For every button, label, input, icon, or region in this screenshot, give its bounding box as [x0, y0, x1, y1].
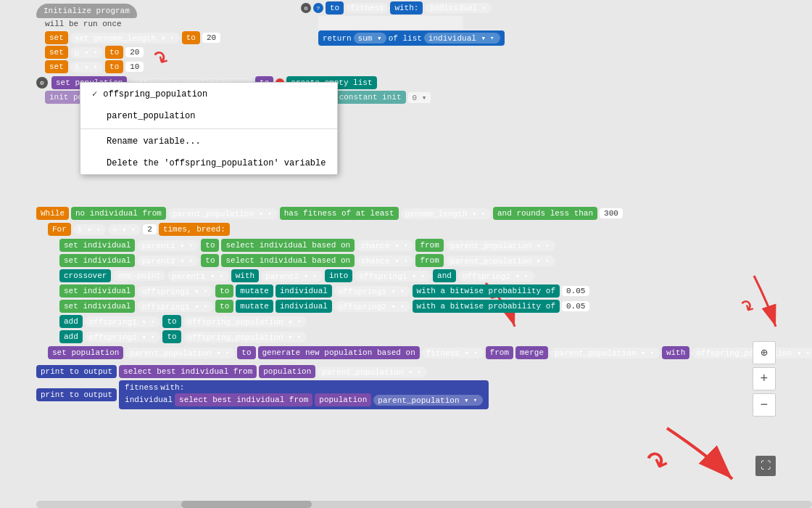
fitness-help-icon[interactable]: ?: [313, 3, 323, 13]
rounds-val[interactable]: 300: [600, 208, 623, 218]
add-label-2: add: [59, 330, 83, 343]
fitness-individual-var[interactable]: individual: [425, 3, 491, 13]
offspring1-var-cross[interactable]: offspring1 ▾: [355, 271, 431, 282]
expand-button[interactable]: ⛶: [755, 456, 776, 476]
select-best-2: select best individual from: [175, 393, 312, 406]
crossover-p2[interactable]: parent2 ▾: [261, 271, 323, 282]
to-keyword-1: to: [182, 31, 200, 44]
prob-label-1: with a bitwise probability of: [413, 284, 560, 298]
genome-length-value[interactable]: 20: [202, 33, 220, 43]
crossover-label: crossover: [59, 269, 111, 282]
mu-value[interactable]: 20: [125, 47, 144, 57]
parent-pop-merge-1[interactable]: parent_population ▾: [550, 348, 660, 359]
while-block-container: While no individual from parent_populati…: [36, 207, 812, 411]
parent-pop-ref-2[interactable]: parent_population ▾: [446, 255, 555, 266]
to-kw-add2: to: [162, 330, 181, 343]
genome-length-var[interactable]: set genome_length ▾: [70, 33, 180, 44]
with-kw-cross: with: [231, 269, 259, 282]
add-offspring-pop-1[interactable]: offspring_population ▾: [183, 316, 307, 327]
add-row-2: add offspring2 ▾ to offspring_population…: [59, 330, 812, 343]
mutate-off2-var[interactable]: offspring2 ▾: [334, 301, 410, 312]
scrollbar-horizontal[interactable]: [36, 501, 812, 508]
and-kw: and: [433, 269, 456, 282]
zoom-controls: ⊕ + −: [753, 341, 776, 417]
print-fitness-box: fitness with: individual select best ind…: [119, 380, 489, 409]
while-row: While no individual from parent_populati…: [36, 207, 812, 220]
fitness-input-area: [318, 16, 463, 29]
menu-divider: [80, 128, 337, 129]
crossover-p1[interactable]: parent1 ▾: [167, 271, 229, 282]
print-label-1: print to output: [36, 365, 117, 378]
init-val[interactable]: 0 ▾: [408, 92, 431, 103]
lambda-var[interactable]: λ ▾: [70, 62, 103, 73]
select-best-1: select best individual from: [119, 365, 257, 378]
prob-val-2[interactable]: 0.05: [562, 301, 589, 311]
scrollbar-thumb[interactable]: [181, 501, 312, 508]
return-label: return: [323, 34, 352, 43]
set-lambda-keyword: set: [45, 60, 68, 73]
add-off2-var[interactable]: offspring2 ▾: [85, 332, 161, 343]
crosshair-button[interactable]: ⊕: [753, 341, 776, 364]
times-label: times, breed:: [159, 223, 230, 236]
for-label: For: [48, 223, 71, 236]
chance-method-1[interactable]: chance ▾: [357, 240, 413, 251]
parent2-var[interactable]: parent2 ▾: [137, 255, 199, 266]
for-row: For λ ▾ ÷ ▾ 2 times, breed:: [48, 223, 812, 236]
div-op[interactable]: ÷ ▾: [108, 224, 141, 235]
menu-item-offspring[interactable]: offspring_population: [80, 83, 337, 105]
set-ind-off2: set individual: [59, 300, 135, 313]
fitness-ref-final[interactable]: fitness ▾: [422, 348, 484, 359]
print-rows-container: print to output select best individual f…: [36, 365, 812, 409]
offspring2-var-cross[interactable]: offspring2 ▾: [458, 271, 534, 282]
crossover-row: crossover one-point parent1 ▾ with paren…: [59, 269, 812, 282]
mu-var[interactable]: μ ▾: [70, 47, 103, 58]
menu-item-rename[interactable]: Rename variable...: [80, 131, 337, 152]
gear-icon[interactable]: ⚙: [36, 77, 48, 89]
fitness-gear-icon[interactable]: ⚙: [301, 3, 311, 13]
parent-pop-print-2[interactable]: parent_population ▾: [373, 395, 483, 406]
expand-icon: ⛶: [761, 460, 771, 472]
print-row-1: print to output select best individual f…: [36, 365, 812, 378]
with-kw-merge: with: [662, 346, 689, 359]
to-keyword-3: to: [105, 60, 123, 73]
lambda-value[interactable]: 10: [125, 62, 144, 72]
menu-item-parent[interactable]: parent_population: [80, 105, 337, 127]
offspring2-set-var[interactable]: offspring1 ▾: [137, 301, 213, 312]
for-val[interactable]: 2: [143, 224, 157, 234]
sum-fn[interactable]: sum ▾: [354, 33, 386, 44]
parent-pop-final-var[interactable]: parent_population ▾: [125, 348, 235, 359]
offspring1-set-var[interactable]: offspring1 ▾: [137, 286, 213, 297]
genome-length-ref[interactable]: genome_length ▾: [401, 208, 491, 219]
parent2-row: set individual parent2 ▾ to select indiv…: [59, 254, 812, 267]
add-off1-var[interactable]: offspring1 ▾: [85, 316, 161, 327]
parent-pop-var-1[interactable]: parent_population ▾: [168, 208, 278, 219]
to-kw-final: to: [237, 346, 255, 359]
menu-item-delete[interactable]: Delete the 'offspring_population' variab…: [80, 152, 337, 174]
individual-var-2[interactable]: individual ▾: [424, 33, 500, 44]
individual-kw-1: individual: [276, 284, 332, 298]
variable-dropdown-menu[interactable]: offspring_population parent_population R…: [80, 82, 338, 175]
mutate-label-2: mutate: [236, 300, 273, 313]
chance-method-2[interactable]: chance ▾: [357, 255, 413, 266]
while-label: While: [36, 207, 69, 220]
parent-pop-ref-1[interactable]: parent_population ▾: [446, 240, 555, 251]
add-offspring-pop-2[interactable]: offspring_population ▾: [183, 332, 307, 343]
to-kw-p1: to: [201, 239, 219, 252]
crosshair-icon: ⊕: [761, 345, 768, 360]
prob-val-1[interactable]: 0.05: [562, 286, 589, 296]
zoom-in-button[interactable]: +: [753, 367, 776, 390]
workspace[interactable]: ↷ ↷ ↷ ↷ Initialize program will be run o…: [0, 0, 812, 508]
print-fitness-header: fitness with:: [125, 383, 483, 392]
with-label-print: with:: [160, 383, 184, 392]
lambda-ref[interactable]: λ ▾: [73, 224, 106, 235]
parent1-var[interactable]: parent1 ▾: [137, 240, 199, 251]
zoom-out-button[interactable]: −: [753, 393, 776, 417]
parent1-row: set individual parent1 ▾ to select indiv…: [59, 239, 812, 252]
add-label-1: add: [59, 315, 83, 328]
parent-pop-print-1[interactable]: parent_population ▾: [318, 366, 427, 377]
constant-init: constant init: [335, 91, 406, 104]
set-pop-final-row: set population parent_population ▾ to ge…: [48, 346, 812, 359]
mutate-off1-var[interactable]: offspring1 ▾: [334, 286, 410, 297]
population-kw-1: population: [259, 365, 315, 378]
select-based-label-2: select individual based on: [221, 254, 355, 267]
